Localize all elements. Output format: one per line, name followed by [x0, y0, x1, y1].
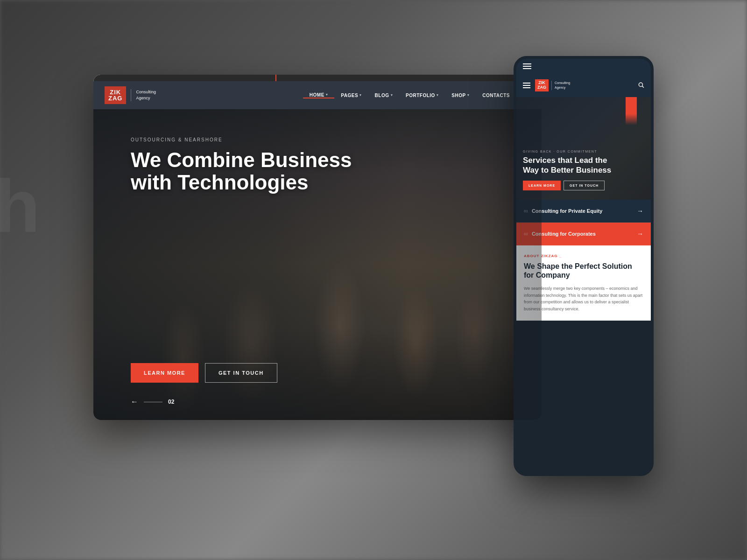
orange-accent-line: [275, 75, 276, 81]
logo-zag: ZAG: [108, 95, 122, 101]
service-name: Consulting for Private Equity: [532, 208, 637, 214]
about-text: We seamlessly merge two key components –…: [524, 285, 643, 312]
mobile-hero-label: GIVING BACK · OUR COMMITMENT: [523, 150, 644, 153]
mobile-get-in-touch-button[interactable]: GET IN TOUCH: [564, 181, 605, 190]
mobile-search-icon[interactable]: [638, 82, 644, 90]
mobile-hero-title: Services that Lead the Way to Better Bus…: [523, 156, 644, 175]
nav-link-shop[interactable]: SHOP ▾: [445, 93, 476, 98]
logo-box[interactable]: ZIK ZAG: [105, 86, 126, 104]
about-title: We Shape the Perfect Solution for Compan…: [524, 262, 643, 280]
nav-link-portfolio[interactable]: PORTFOLIO ▾: [399, 93, 445, 98]
desktop-mockup: ZIK ZAG Consulting Agency HOME ▾ PAGES ▾: [93, 75, 542, 420]
hero-counter: ← 02: [131, 398, 174, 406]
mobile-logo-box: ZIK ZAG: [535, 79, 549, 91]
hero-content: OUTSOURCING & NEARSHORE We Combine Busin…: [131, 137, 352, 194]
mobile-hero: GIVING BACK · OUR COMMITMENT Services th…: [516, 97, 651, 200]
hero-buttons: LEARN MORE GET IN TOUCH: [131, 363, 277, 383]
desktop-hero: OUTSOURCING & NEARSHORE We Combine Busin…: [93, 109, 542, 420]
get-in-touch-button[interactable]: GET IN TOUCH: [205, 363, 277, 383]
nav-links: HOME ▾ PAGES ▾ BLOG ▾ PORTFOLIO ▾: [303, 92, 516, 98]
svg-rect-3: [523, 66, 531, 67]
browser-chrome: [93, 75, 542, 81]
left-arrow-icon: ←: [131, 398, 138, 406]
mobile-nav: ZIK ZAG Consulting Agency: [516, 74, 651, 97]
chevron-down-icon: ▾: [391, 93, 393, 97]
nav-link-pages[interactable]: PAGES ▾: [334, 93, 368, 98]
counter-number: 02: [168, 399, 174, 405]
hero-title: We Combine Business with Technologies: [131, 149, 352, 194]
chevron-down-icon: ▾: [437, 93, 439, 97]
scene-container: ZIK ZAG Consulting Agency HOME ▾ PAGES ▾: [93, 56, 654, 504]
arrow-right-icon: →: [637, 230, 643, 238]
nav-link-blog[interactable]: BLOG ▾: [368, 93, 399, 98]
nav-link-contacts[interactable]: CONTACTS: [476, 93, 516, 98]
arrow-right-icon: →: [637, 207, 643, 215]
learn-more-button[interactable]: LEARN MORE: [131, 363, 198, 383]
svg-line-6: [642, 86, 644, 87]
mobile-logo-text: Consulting Agency: [551, 81, 570, 90]
about-tag: ABOUT ZIKZAG _: [524, 254, 643, 258]
hero-label: OUTSOURCING & NEARSHORE: [131, 137, 352, 142]
mobile-hero-content: GIVING BACK · OUR COMMITMENT Services th…: [523, 150, 644, 190]
service-name: Consulting for Corporates: [532, 231, 637, 237]
chevron-down-icon: ▾: [467, 93, 470, 97]
svg-rect-2: [523, 63, 531, 64]
mobile-orange-accent: [626, 97, 637, 125]
chevron-down-icon: ▾: [326, 93, 328, 97]
mobile-status-bar: [516, 59, 651, 74]
mobile-hero-buttons: LEARN MORE GET IN TOUCH: [523, 181, 644, 190]
nav-link-home[interactable]: HOME ▾: [303, 92, 335, 98]
svg-rect-4: [523, 68, 531, 69]
counter-line: [144, 402, 162, 402]
mobile-learn-more-button[interactable]: LEARN MORE: [523, 181, 561, 190]
main-wrapper: ZIK ZAG Consulting Agency HOME ▾ PAGES ▾: [0, 0, 747, 560]
svg-point-5: [639, 83, 642, 86]
logo-text: Consulting Agency: [131, 89, 156, 101]
hamburger-icon[interactable]: [523, 63, 531, 69]
chevron-down-icon: ▾: [359, 93, 362, 97]
mobile-logo[interactable]: ZIK ZAG Consulting Agency: [535, 79, 570, 91]
desktop-nav: ZIK ZAG Consulting Agency HOME ▾ PAGES ▾: [93, 81, 542, 109]
mobile-menu-button[interactable]: [523, 83, 530, 88]
